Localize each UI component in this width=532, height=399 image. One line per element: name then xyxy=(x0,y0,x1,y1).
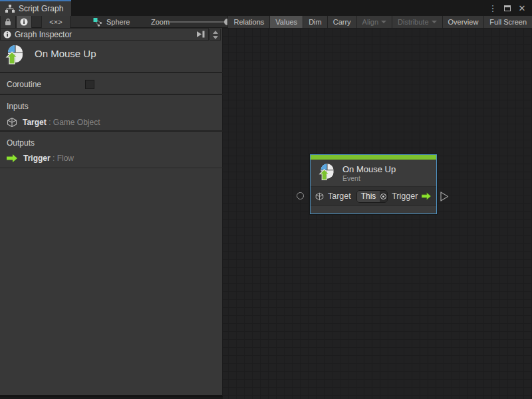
window-controls: ⋮ ✕ xyxy=(487,0,532,16)
script-graph-window: Script Graph ⋮ ✕ <×> xyxy=(0,0,532,399)
coroutine-row: Coroutine xyxy=(0,74,223,95)
dock-icon xyxy=(196,31,205,38)
node-header[interactable]: On Mouse Up Event xyxy=(311,160,436,186)
panel-scroll-stepper xyxy=(209,29,221,41)
inspected-node-title: On Mouse Up xyxy=(35,48,96,59)
graph-asset-icon xyxy=(93,17,102,27)
chevron-down-icon xyxy=(432,21,437,23)
lock-button[interactable] xyxy=(0,16,16,28)
close-icon[interactable]: ✕ xyxy=(516,2,528,14)
overview-button[interactable]: Overview xyxy=(442,16,484,28)
node-subtitle: Event xyxy=(342,174,396,182)
on-mouse-up-node[interactable]: On Mouse Up Event Target This Trigger xyxy=(310,154,437,214)
chevron-down-icon xyxy=(213,36,218,39)
code-view-button[interactable]: <×> xyxy=(41,16,70,28)
event-color-bar xyxy=(311,155,436,160)
scroll-down-button[interactable] xyxy=(210,35,220,40)
graph-reference[interactable]: Sphere xyxy=(88,16,134,28)
align-dropdown[interactable]: Align xyxy=(356,16,392,28)
code-icon: <×> xyxy=(49,18,62,26)
cube-icon xyxy=(7,117,17,128)
target-value-port[interactable] xyxy=(297,192,304,200)
relations-button[interactable]: Relations xyxy=(227,16,269,28)
menu-icon[interactable]: ⋮ xyxy=(487,2,499,14)
cube-icon xyxy=(315,192,324,201)
button-label: Dim xyxy=(309,18,322,26)
button-label: Align xyxy=(362,18,378,26)
graph-inspector-panel: Graph Inspector On Mouse Up C xyxy=(0,28,223,397)
object-picker-button[interactable] xyxy=(380,191,387,202)
button-label: Overview xyxy=(448,18,479,26)
zoom-slider[interactable] xyxy=(170,21,229,23)
output-port-name: Trigger xyxy=(23,154,51,163)
toolbar-buttons: Relations Values Dim Carry Align Distrib… xyxy=(227,16,532,28)
inputs-header: Inputs xyxy=(7,102,216,111)
dim-button[interactable]: Dim xyxy=(303,16,327,28)
mouse-up-icon xyxy=(5,45,25,67)
target-value: This xyxy=(357,191,380,202)
inspector-title: Graph Inspector xyxy=(15,30,72,39)
node-input-label: Target xyxy=(328,192,351,201)
node-output-label: Trigger xyxy=(392,192,418,201)
tab-label: Script Graph xyxy=(19,4,63,13)
coroutine-checkbox[interactable] xyxy=(85,80,94,89)
output-port-row: Trigger : Flow xyxy=(7,154,216,163)
target-object-field[interactable]: This xyxy=(356,190,388,203)
outputs-section: Outputs Trigger : Flow xyxy=(0,133,223,168)
node-footer xyxy=(311,206,436,213)
info-icon xyxy=(20,18,28,26)
info-icon xyxy=(3,31,11,39)
output-port-type: : Flow xyxy=(53,154,74,163)
chevron-down-icon xyxy=(381,21,386,23)
chevron-up-icon xyxy=(213,31,218,34)
inspector-header: Graph Inspector xyxy=(0,28,209,41)
inspector-toggle-button[interactable] xyxy=(16,16,32,28)
inspected-node-summary: On Mouse Up xyxy=(0,41,223,73)
scroll-up-button[interactable] xyxy=(210,29,220,35)
target-picker-icon xyxy=(380,194,386,200)
button-label: Full Screen xyxy=(489,18,527,26)
button-label: Distribute xyxy=(398,18,428,26)
node-title: On Mouse Up xyxy=(342,164,396,174)
full-screen-button[interactable]: Full Screen xyxy=(483,16,532,28)
dock-panel-button[interactable] xyxy=(196,31,205,38)
tab-strip: Script Graph ⋮ ✕ xyxy=(0,0,532,16)
button-label: Relations xyxy=(233,18,264,26)
inputs-section: Inputs Target : Game Object xyxy=(0,96,223,132)
graph-name: Sphere xyxy=(106,18,130,26)
trigger-flow-port[interactable] xyxy=(440,192,449,201)
graph-canvas[interactable]: On Mouse Up Event Target This Trigger xyxy=(223,28,532,399)
maximize-icon[interactable] xyxy=(501,2,513,14)
mouse-up-icon xyxy=(319,163,336,183)
node-ports-row: Target This Trigger xyxy=(311,186,436,206)
values-button[interactable]: Values xyxy=(269,16,303,28)
graph-toolbar: <×> Sphere Zoom 1x Relations Values D xyxy=(0,16,532,28)
script-graph-icon xyxy=(5,5,15,13)
distribute-dropdown[interactable]: Distribute xyxy=(392,16,442,28)
input-port-name: Target xyxy=(23,118,47,127)
input-port-row: Target : Game Object xyxy=(7,117,216,128)
button-label: Carry xyxy=(333,18,351,26)
tab-script-graph[interactable]: Script Graph xyxy=(0,0,71,16)
coroutine-label: Coroutine xyxy=(7,80,41,89)
input-port-type: : Game Object xyxy=(49,118,100,127)
button-label: Values xyxy=(275,18,297,26)
flow-arrow-icon xyxy=(7,154,18,162)
outputs-header: Outputs xyxy=(7,138,216,148)
flow-arrow-icon xyxy=(422,192,432,200)
lock-icon xyxy=(5,18,11,26)
carry-button[interactable]: Carry xyxy=(327,16,356,28)
